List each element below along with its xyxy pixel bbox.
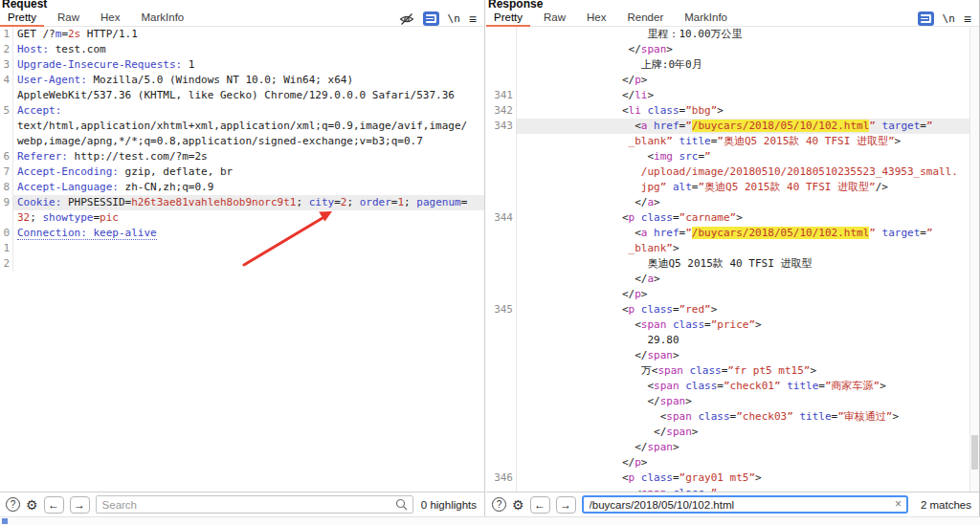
response-search-input[interactable] xyxy=(582,495,908,514)
code-line: /upload/image/20180510/20180510235523_43… xyxy=(486,164,979,180)
line-text: Cookie: PHPSESSID=h26t3ae81vahleh8ob9nor… xyxy=(12,195,484,210)
hide-icon[interactable] xyxy=(399,12,414,26)
line-number xyxy=(486,195,516,210)
line-number xyxy=(486,425,516,440)
newline-toggle-icon[interactable]: \n xyxy=(943,12,955,25)
line-number: 344 xyxy=(486,210,516,226)
line-number xyxy=(486,27,516,42)
line-number xyxy=(486,180,516,195)
line-number xyxy=(0,88,12,103)
line-number: 6 xyxy=(0,149,12,164)
line-text: 万<span class=”fr pt5 mt15”> xyxy=(516,363,979,379)
line-number xyxy=(486,164,516,180)
line-number: 8 xyxy=(0,180,12,195)
line-text: <p class=”red”> xyxy=(516,302,979,317)
next-match-button[interactable]: → xyxy=(556,496,576,514)
code-line: _blank” title=”奥迪Q5 2015款 40 TFSI 进取型”> xyxy=(486,134,979,149)
code-line: 4User-Agent: Mozilla/5.0 (Windows NT 10.… xyxy=(0,73,484,88)
line-number xyxy=(486,317,516,333)
line-text: text/html,application/xhtml+xml,applicat… xyxy=(12,119,484,134)
response-editor[interactable]: 里程：10.00万公里 </span> 上牌:0年0月 </p>341 </li… xyxy=(486,27,979,492)
line-text: <span class=”check03” title=”审核通过”> xyxy=(516,409,979,425)
word-wrap-icon[interactable] xyxy=(423,11,439,26)
line-number xyxy=(486,287,516,302)
line-number xyxy=(486,333,516,348)
help-icon[interactable]: ? xyxy=(492,497,506,512)
clear-search-icon[interactable]: × xyxy=(895,497,902,511)
response-toolbar-icons: \n ≡ xyxy=(918,11,971,27)
word-wrap-icon[interactable] xyxy=(918,11,934,26)
line-number: 342 xyxy=(486,103,516,119)
line-text: <span class=”check01” title=”商家车源”> xyxy=(516,379,979,394)
code-line: 342 <li class=”bbg”> xyxy=(486,103,979,119)
line-number: 1 xyxy=(0,27,12,42)
scrollbar-thumb[interactable] xyxy=(971,435,978,470)
code-line: </span> xyxy=(486,394,979,409)
tab-hex[interactable]: Hex xyxy=(100,9,120,27)
line-number xyxy=(486,455,516,470)
code-line: AppleWebKit/537.36 (KHTML, like Gecko) C… xyxy=(0,88,484,103)
next-match-button[interactable]: → xyxy=(70,496,90,514)
line-number: 346 xyxy=(486,470,516,486)
line-text: </p> xyxy=(516,73,979,88)
line-text: User-Agent: Mozilla/5.0 (Windows NT 10.0… xyxy=(12,73,484,88)
settings-gear-icon[interactable]: ⚙ xyxy=(512,498,524,512)
code-line: 346 <p class=”gray01 mt5”> xyxy=(486,470,979,486)
line-text: Accept-Encoding: gzip, deflate, br xyxy=(12,164,484,180)
line-text xyxy=(12,256,484,272)
code-line: text/html,application/xhtml+xml,applicat… xyxy=(0,119,484,134)
line-text xyxy=(12,241,484,256)
line-number xyxy=(486,134,516,149)
request-editor[interactable]: 1GET /?m=2s HTTP/1.12Host: test.com3Upgr… xyxy=(0,27,484,492)
line-number: 341 xyxy=(486,88,516,103)
line-text: 29.80 xyxy=(516,333,979,348)
line-text: AppleWebKit/537.36 (KHTML, like Gecko) C… xyxy=(12,88,484,103)
line-text: </a> xyxy=(516,195,979,210)
tab-render[interactable]: Render xyxy=(628,9,664,27)
line-text: Host: test.com xyxy=(12,42,484,57)
menu-icon[interactable]: ≡ xyxy=(964,11,971,27)
line-number xyxy=(486,379,516,394)
line-number xyxy=(486,363,516,379)
response-scrollbar[interactable] xyxy=(969,27,979,492)
code-line: 3Upgrade-Insecure-Requests: 1 xyxy=(0,57,484,73)
code-line: jpg” alt=”奥迪Q5 2015款 40 TFSI 进取型”/> xyxy=(486,180,979,195)
tab-markinfo[interactable]: MarkInfo xyxy=(684,9,727,27)
code-line: <img src=” xyxy=(486,149,979,164)
code-line: 万<span class=”fr pt5 mt15”> xyxy=(486,363,979,379)
help-icon[interactable]: ? xyxy=(6,497,20,512)
code-line: 0Connection: keep-alive xyxy=(0,226,484,241)
line-number xyxy=(486,73,516,88)
code-line: </span> xyxy=(486,42,979,57)
code-line: <span class=”check01” title=”商家车源”> xyxy=(486,379,979,394)
line-number: 9 xyxy=(0,195,12,210)
prev-match-button[interactable]: ← xyxy=(44,496,64,514)
tab-hex[interactable]: Hex xyxy=(587,9,606,27)
line-text: </span> xyxy=(516,348,979,363)
tab-pretty[interactable]: Pretty xyxy=(8,9,36,27)
line-text: webp,image/apng,*/*;q=0.8,application/si… xyxy=(12,134,484,149)
line-text: Connection: keep-alive xyxy=(12,226,484,241)
code-line: 343 <a href=”/buycars/2018/05/10/102.htm… xyxy=(486,119,979,134)
line-text: 奥迪Q5 2015款 40 TFSI 进取型 xyxy=(516,256,979,272)
code-line: 1GET /?m=2s HTTP/1.1 xyxy=(0,27,484,42)
response-match-count: 2 matches xyxy=(914,499,973,511)
tab-raw[interactable]: Raw xyxy=(544,9,566,27)
line-number: 5 xyxy=(0,103,12,119)
tab-pretty[interactable]: Pretty xyxy=(494,9,523,27)
line-text: 里程：10.00万公里 xyxy=(516,27,979,42)
request-search-input[interactable] xyxy=(96,495,413,514)
settings-gear-icon[interactable]: ⚙ xyxy=(26,498,38,512)
newline-toggle-icon[interactable]: \n xyxy=(448,12,460,25)
tab-markinfo[interactable]: MarkInfo xyxy=(142,9,185,27)
menu-icon[interactable]: ≡ xyxy=(469,11,477,27)
bottom-strip xyxy=(0,516,980,525)
line-number: 343 xyxy=(486,119,516,134)
line-text: 上牌:0年0月 xyxy=(516,57,979,73)
request-highlight-count: 0 highlights xyxy=(419,499,479,511)
tab-raw[interactable]: Raw xyxy=(57,9,79,27)
line-text: GET /?m=2s HTTP/1.1 xyxy=(12,27,484,42)
line-number: 2 xyxy=(0,256,12,272)
prev-match-button[interactable]: ← xyxy=(530,496,550,514)
code-line: <span class=”check03” title=”审核通过”> xyxy=(486,409,979,425)
